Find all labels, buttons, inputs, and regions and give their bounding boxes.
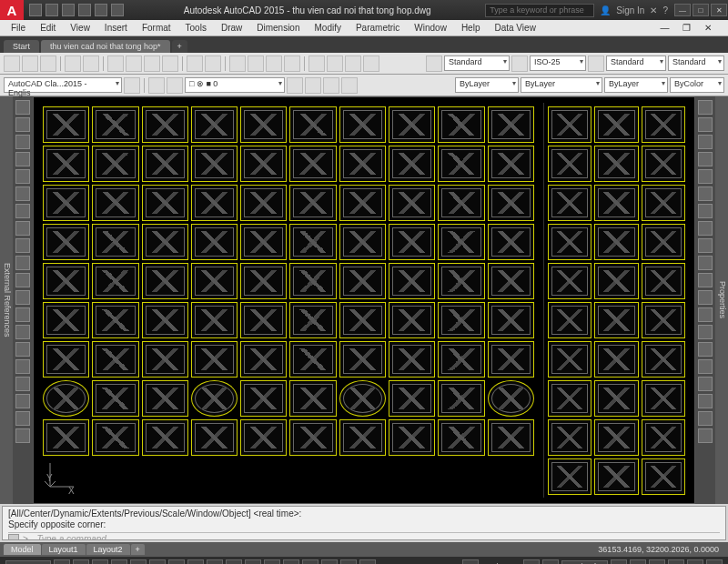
furniture-block[interactable] <box>642 341 685 378</box>
cad-block[interactable] <box>339 185 386 221</box>
dynamic-input-icon[interactable] <box>111 559 127 564</box>
otrack-toggle-icon[interactable] <box>226 559 242 564</box>
layer-freeze-icon[interactable] <box>287 77 303 94</box>
layout-add-button[interactable]: + <box>131 544 145 555</box>
lineweight-toggle-icon[interactable] <box>245 559 261 564</box>
tool-paste-icon[interactable] <box>144 55 160 72</box>
tool-save-icon[interactable] <box>40 55 56 72</box>
cad-block[interactable] <box>438 419 484 456</box>
lineweight-dropdown[interactable]: ByLayer <box>604 77 668 93</box>
cad-block[interactable] <box>339 380 386 417</box>
ws-settings-icon[interactable] <box>124 77 140 94</box>
cad-block[interactable] <box>92 224 138 260</box>
help-icon[interactable]: ? <box>662 5 668 15</box>
copy-tool-icon[interactable] <box>698 117 713 132</box>
extend-tool-icon[interactable] <box>698 221 713 236</box>
linetype-dropdown[interactable]: ByLayer <box>521 77 602 93</box>
cad-block[interactable] <box>289 224 336 260</box>
furniture-block[interactable] <box>594 458 638 495</box>
scale-tool-icon[interactable] <box>698 169 713 184</box>
furniture-block[interactable] <box>642 185 685 221</box>
cad-block[interactable] <box>289 263 336 299</box>
cad-block[interactable] <box>142 380 188 417</box>
menu-dimension[interactable]: Dimension <box>251 22 305 34</box>
polyline-tool-icon[interactable] <box>15 117 30 132</box>
furniture-block[interactable] <box>548 302 592 338</box>
color-dropdown[interactable]: ByLayer <box>455 77 519 93</box>
cad-block[interactable] <box>289 419 336 456</box>
menu-parametric[interactable]: Parametric <box>350 22 405 34</box>
tab-document[interactable]: thu vien cad noi that tong hop* <box>41 40 170 53</box>
layout1-tab[interactable]: Layout1 <box>42 544 86 555</box>
cad-block[interactable] <box>191 419 238 456</box>
cad-block[interactable] <box>488 380 534 417</box>
cad-block[interactable] <box>488 224 534 260</box>
tool-pan-icon[interactable] <box>229 55 246 72</box>
rotate-tool-icon[interactable] <box>698 135 713 149</box>
cad-block[interactable] <box>142 263 188 299</box>
cad-block[interactable] <box>43 185 89 221</box>
cad-block[interactable] <box>339 302 386 338</box>
tool-zoomwin-icon[interactable] <box>266 55 282 72</box>
tool-open-icon[interactable] <box>22 55 38 72</box>
gizmo-icon[interactable] <box>340 559 357 564</box>
point-tool-icon[interactable] <box>15 273 30 287</box>
furniture-block[interactable] <box>594 380 638 417</box>
cad-block[interactable] <box>438 146 484 182</box>
cad-block[interactable] <box>339 224 386 260</box>
furniture-block[interactable] <box>594 106 638 143</box>
lockui-icon[interactable] <box>630 559 646 564</box>
furniture-block[interactable] <box>594 146 638 182</box>
cad-block[interactable] <box>488 302 534 338</box>
isolate-icon[interactable] <box>649 559 665 564</box>
cycling-icon[interactable] <box>283 559 299 564</box>
tool-properties-icon[interactable] <box>308 55 325 72</box>
cad-block[interactable] <box>438 380 484 417</box>
cad-block[interactable] <box>43 380 89 417</box>
menu-dataview[interactable]: Data View <box>489 22 541 34</box>
cad-block[interactable] <box>43 341 89 378</box>
cad-block[interactable] <box>142 302 188 338</box>
menu-tools[interactable]: Tools <box>180 22 212 34</box>
cad-block[interactable] <box>389 224 435 260</box>
cad-block[interactable] <box>92 341 138 378</box>
cad-block[interactable] <box>43 224 89 260</box>
cad-block[interactable] <box>142 419 188 456</box>
furniture-block[interactable] <box>548 263 592 299</box>
doc-close-button[interactable]: ✕ <box>699 22 717 34</box>
tool-copy-icon[interactable] <box>126 55 142 72</box>
stretch-tool-icon[interactable] <box>698 186 713 201</box>
furniture-block[interactable] <box>548 106 592 143</box>
cad-block[interactable] <box>191 224 238 260</box>
cad-block[interactable] <box>389 419 435 456</box>
dyn-ucs-icon[interactable] <box>302 559 318 564</box>
minimize-button[interactable]: — <box>674 4 691 16</box>
sign-in-link[interactable]: Sign In <box>616 5 644 15</box>
menu-modify[interactable]: Modify <box>309 22 347 34</box>
cad-block[interactable] <box>43 419 89 456</box>
table-tool-icon[interactable] <box>15 256 30 270</box>
transparency-toggle-icon[interactable] <box>264 559 280 564</box>
furniture-block[interactable] <box>548 224 592 260</box>
qat-print-icon[interactable] <box>111 4 124 16</box>
tool-undo-icon[interactable] <box>187 55 203 72</box>
menu-format[interactable]: Format <box>136 22 177 34</box>
layout2-tab[interactable]: Layout2 <box>86 544 130 555</box>
furniture-block[interactable] <box>642 263 685 299</box>
dimension-tool-icon[interactable] <box>15 238 30 253</box>
cad-block[interactable] <box>488 146 534 182</box>
cad-block[interactable] <box>43 302 89 338</box>
cad-block[interactable] <box>438 224 484 260</box>
arc-tool-icon[interactable] <box>15 152 30 166</box>
xref-palette-tab[interactable]: External References <box>0 96 13 504</box>
dimstyle-icon[interactable] <box>511 55 528 72</box>
cad-block[interactable] <box>488 106 534 143</box>
rectangle-tool-icon[interactable] <box>15 169 30 184</box>
doc-minimize-button[interactable]: — <box>654 22 674 34</box>
cad-block[interactable] <box>240 146 287 182</box>
text-style-dropdown[interactable]: Standard <box>444 55 510 71</box>
edit-pline-icon[interactable] <box>698 411 713 426</box>
cad-block[interactable] <box>339 263 386 299</box>
furniture-block[interactable] <box>642 419 685 456</box>
workspace-dropdown[interactable]: AutoCAD Cla...2015 - Englis <box>4 77 122 93</box>
